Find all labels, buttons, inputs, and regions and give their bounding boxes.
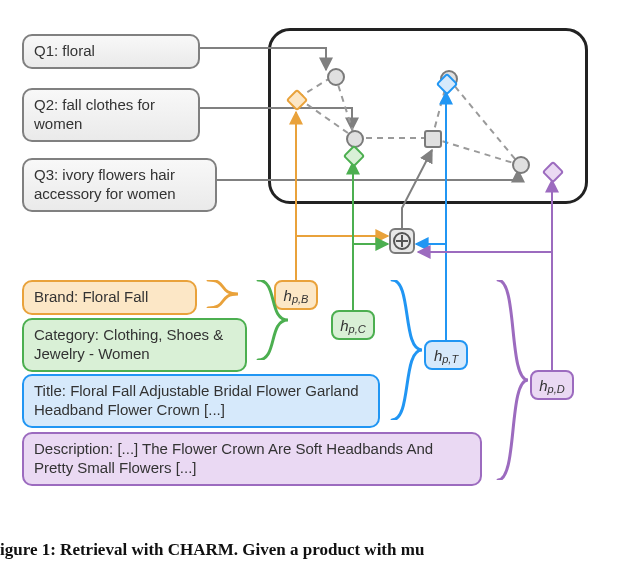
embedding-label-title: hp,T [424, 340, 468, 370]
field-label: Brand: [34, 288, 78, 305]
field-description: Description: [...] The Flower Crown Are … [22, 432, 482, 486]
embedding-label-category: hp,C [331, 310, 375, 340]
query-q1: Q1: floral [22, 34, 200, 69]
figure-canvas: Q1: floral Q2: fall clothes for women Q3… [0, 0, 628, 562]
h-prefix: h [434, 348, 442, 363]
brace-brand [200, 280, 260, 308]
query-text: floral [62, 42, 95, 59]
field-label: Category: [34, 326, 99, 343]
combine-node [389, 228, 415, 254]
query-q3: Q3: ivory flowers hair accessory for wom… [22, 158, 217, 212]
field-category: Category: Clothing, Shoes & Jewelry - Wo… [22, 318, 247, 372]
query-label: Q1: [34, 42, 58, 59]
embedding-label-description: hp,D [530, 370, 574, 400]
graph-node [512, 156, 530, 174]
query-label: Q2: [34, 96, 58, 113]
field-label: Title: [34, 382, 66, 399]
plus-icon [393, 232, 411, 250]
query-label: Q3: [34, 166, 58, 183]
field-title: Title: Floral Fall Adjustable Bridal Flo… [22, 374, 380, 428]
embedding-label-brand: hp,B [274, 280, 318, 310]
h-prefix: h [340, 318, 348, 333]
latent-space-box [268, 28, 588, 204]
h-sub: p,T [442, 354, 458, 365]
h-prefix: h [539, 378, 547, 393]
graph-node-square [424, 130, 442, 148]
graph-node [327, 68, 345, 86]
h-sub: p,C [349, 324, 366, 335]
field-brand: Brand: Floral Fall [22, 280, 197, 315]
figure-caption: igure 1: Retrieval with CHARM. Given a p… [0, 540, 628, 560]
field-label: Description: [34, 440, 113, 457]
field-value: Floral Fall Adjustable Bridal Flower Gar… [34, 382, 359, 418]
h-sub: p,B [292, 294, 309, 305]
h-prefix: h [284, 288, 292, 303]
field-value: Floral Fall [82, 288, 148, 305]
h-sub: p,D [548, 384, 565, 395]
query-q2: Q2: fall clothes for women [22, 88, 200, 142]
